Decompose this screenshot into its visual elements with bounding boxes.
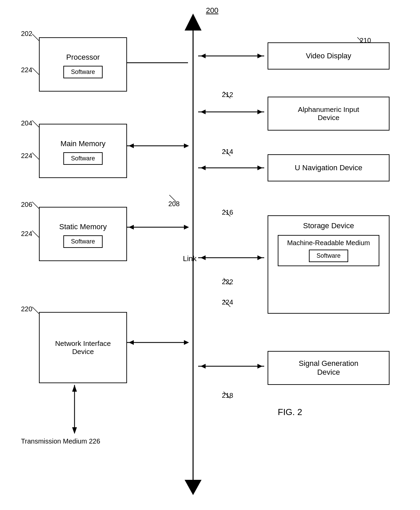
video-display-title: Video Display (302, 50, 355, 62)
storage-title: Storage Device (300, 219, 357, 232)
tick-224-mm (32, 153, 39, 159)
main-memory-title: Main Memory (57, 137, 109, 150)
transmission-medium-label: Transmission Medium 226 (21, 437, 100, 445)
main-memory-software-box: Software (63, 152, 102, 165)
label-212: 212 (222, 91, 233, 99)
label-224-proc: 224 (21, 66, 32, 74)
label-218: 218 (222, 392, 233, 399)
main-memory-box: Main Memory Software (39, 124, 127, 178)
alpha-right-arrow (257, 110, 262, 114)
storage-software-label: Software (316, 252, 340, 259)
alphanumeric-title: Alphanumeric InputDevice (295, 103, 363, 124)
video-right-arrow (257, 54, 262, 58)
network-interface-box: Network InterfaceDevice (39, 312, 127, 383)
tick-224-sm (32, 231, 39, 237)
figure-title: FIG. 2 (278, 407, 302, 417)
label-202: 202 (21, 30, 32, 38)
bus-arrow-up (185, 14, 202, 31)
network-interface-title: Network InterfaceDevice (52, 336, 114, 359)
main-memory-right-arrow (184, 143, 189, 148)
label-224-sm: 224 (21, 230, 32, 238)
nav-left-arrow (201, 165, 206, 170)
label-224-stor: 224 (222, 298, 233, 306)
signal-right-arrow (257, 364, 262, 369)
processor-title: Processor (63, 51, 103, 64)
label-206: 206 (21, 201, 32, 209)
link-label: Link (183, 254, 196, 263)
navigation-title: U Navigation Device (291, 161, 365, 174)
static-memory-title: Static Memory (56, 220, 110, 233)
static-memory-right-arrow (184, 225, 189, 230)
label-224-mm: 224 (21, 152, 32, 160)
storage-right-arrow (257, 255, 262, 260)
video-display-box: Video Display (268, 42, 390, 70)
tick-202 (32, 34, 39, 41)
processor-box: Processor Software (39, 37, 127, 92)
storage-box: Storage Device Machine-Readable Medium S… (268, 215, 390, 314)
nav-right-arrow (257, 165, 262, 170)
signal-left-arrow (201, 364, 206, 369)
transmission-arrow-down (72, 427, 77, 434)
processor-software-label: Software (71, 68, 95, 75)
network-left-arrow (129, 340, 134, 345)
static-memory-software-box: Software (63, 235, 102, 248)
label-214: 214 (222, 148, 233, 156)
alphanumeric-box: Alphanumeric InputDevice (268, 97, 390, 131)
signal-generation-box: Signal GenerationDevice (268, 351, 390, 385)
machine-readable-title: Machine-Readable Medium (287, 239, 370, 247)
signal-generation-title: Signal GenerationDevice (295, 357, 362, 379)
label-208: 208 (168, 200, 180, 208)
main-memory-left-arrow (129, 143, 134, 148)
network-right-arrow (184, 340, 189, 345)
storage-left-arrow (201, 255, 206, 260)
storage-software-box: Software (309, 250, 348, 262)
video-left-arrow (201, 54, 206, 58)
label-222: 222 (222, 278, 233, 286)
bus-arrow-down (185, 480, 202, 495)
static-memory-left-arrow (129, 225, 134, 230)
alpha-left-arrow (201, 110, 206, 114)
static-memory-box: Static Memory Software (39, 207, 127, 261)
processor-software-box: Software (63, 66, 102, 78)
navigation-box: U Navigation Device (268, 154, 390, 181)
machine-readable-box: Machine-Readable Medium Software (278, 235, 379, 266)
label-204: 204 (21, 119, 32, 127)
label-220: 220 (21, 305, 32, 313)
main-memory-software-label: Software (71, 155, 95, 162)
transmission-arrow-up (72, 385, 77, 392)
tick-204 (32, 120, 39, 127)
tick-206 (32, 202, 39, 209)
static-memory-software-label: Software (71, 238, 95, 245)
tick-224-proc (32, 68, 39, 75)
label-216: 216 (222, 209, 233, 216)
diagram-container: 202 Processor Software 224 204 Main Memo… (0, 0, 420, 510)
tick-220 (32, 307, 39, 314)
label-200: 200 (206, 6, 218, 15)
